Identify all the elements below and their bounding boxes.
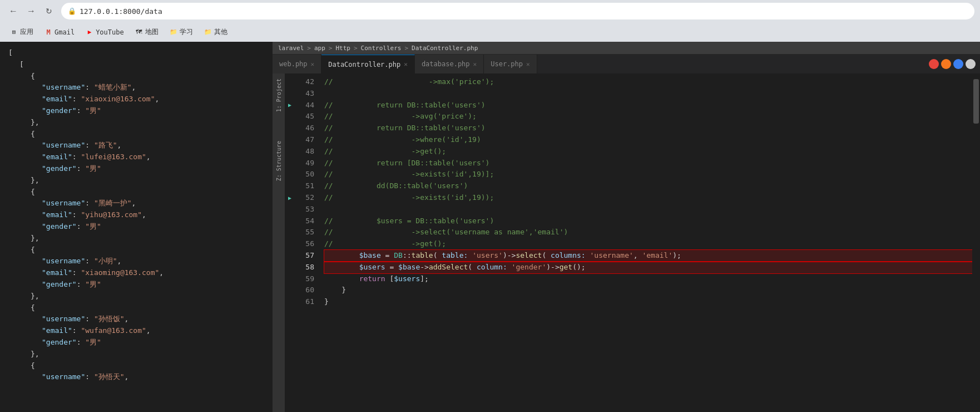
gutter-58 [285,262,295,273]
ide-panel: laravel > app > Http > Controllers > Dat… [273,42,980,412]
bookmark-study[interactable]: 📁 学习 [165,26,197,38]
linenum-58: 58 [295,262,314,273]
json-user4-close: }, [8,291,264,302]
bookmark-youtube-label: YouTube [96,28,124,36]
code-49: // return [DB::table('users') [324,158,972,169]
json-root-open: [ [8,47,264,59]
bookmark-gmail[interactable]: M Gmail [40,27,79,38]
breadcrumb-sep4: > [404,45,408,52]
browser-chrome: ← → ↻ 🔒 127.0.0.1:8000/data ⊞ 应用 M Gmail… [0,0,980,42]
bookmark-youtube[interactable]: ▶ YouTube [81,27,128,38]
tab-web-php-close[interactable]: ✕ [311,61,315,68]
linenum-46: 46 [295,122,314,134]
browser-icon-3 [953,59,963,69]
gutter-59 [285,273,295,285]
tab-database-php[interactable]: database.php ✕ [415,55,484,73]
code-gutter: ▶ ▶ [285,73,295,412]
bookmark-other[interactable]: 📁 其他 [200,26,232,38]
json-user4-gender: "gender": "男" [8,279,264,291]
other-icon: 📁 [204,28,212,36]
linenum-59: 59 [295,273,314,285]
code-area: ▶ ▶ [285,73,980,412]
sidebar-structure-label[interactable]: Z: Structure [275,139,283,183]
json-user3-email: "email": "yihu@163.com", [8,209,264,221]
linenum-52: 52 [295,192,314,204]
json-user5-close: }, [8,349,264,360]
json-user5-gender: "gender": "男" [8,337,264,349]
json-user5-email: "email": "wufan@163.com", [8,325,264,337]
tab-user-php[interactable]: User.php ✕ [484,55,537,73]
json-user1-open: { [8,71,264,82]
code-60: } [324,285,972,296]
tab-datacontroller-php[interactable]: DataController.php ✕ [321,55,415,73]
forward-button[interactable]: → [23,3,39,19]
linenum-53: 53 [295,204,314,215]
back-button[interactable]: ← [6,3,21,19]
json-user6-open: { [8,360,264,372]
code-59: return [$users]; [324,273,972,285]
code-50: // ->exists('id',19)]; [324,169,972,180]
code-58: $users = $base->addSelect( column: 'gend… [324,262,972,273]
code-44: // return DB::table('users') [324,100,972,111]
json-panel: [ [ { "username": "蜡笔小新", "email": "xiao… [0,42,273,412]
ide-body: 1: Project Z: Structure ▶ [273,73,980,412]
bookmark-apps[interactable]: ⊞ 应用 [6,26,38,38]
address-bar[interactable]: 🔒 127.0.0.1:8000/data [61,3,974,19]
tab-user-close[interactable]: ✕ [526,61,530,68]
json-user5-username: "username": "孙悟饭", [8,313,264,325]
gutter-56 [285,238,295,250]
tab-database-close[interactable]: ✕ [473,61,477,68]
browser-icon-4 [966,59,976,69]
gutter-53 [285,204,295,215]
nav-buttons: ← → ↻ [6,3,57,19]
code-52: // ->exists('id',19)); [324,192,972,204]
sidebar-project-label[interactable]: 1: Project [275,76,283,114]
json-user3-gender: "gender": "男" [8,221,264,233]
scrollbar[interactable] [972,73,980,412]
scrollbar-thumb[interactable] [973,79,979,124]
breadcrumb-laravel: laravel [278,45,304,52]
bookmark-maps-label: 地图 [145,27,159,37]
gutter-45 [285,111,295,122]
breadcrumb-sep3: > [354,45,358,52]
gutter-51 [285,180,295,192]
code-46: // return DB::table('users') [324,122,972,134]
gutter-50 [285,169,295,180]
json-user1-close: }, [8,117,264,129]
gutter-60 [285,285,295,296]
code-61: } [324,296,972,308]
code-48: // ->get(); [324,146,972,158]
bookmark-apps-label: 应用 [20,27,33,37]
bookmark-other-label: 其他 [214,27,227,37]
json-user3-username: "username": "黑崎一护", [8,198,264,209]
maps-icon: 🗺 [135,28,143,36]
tab-datacontroller-close[interactable]: ✕ [404,61,408,68]
study-icon: 📁 [170,28,177,36]
linenum-55: 55 [295,227,314,238]
code-51: // dd(DB::table('users') [324,180,972,192]
gutter-46 [285,122,295,134]
ide-sidebar: 1: Project Z: Structure [273,73,285,412]
linenum-56: 56 [295,238,314,250]
reload-button[interactable]: ↻ [41,3,57,19]
json-user4-open: { [8,244,264,256]
bookmark-gmail-label: Gmail [55,28,75,36]
json-user2-email: "email": "lufei@163.com", [8,151,264,163]
breadcrumb-file: DataController.php [412,45,478,52]
youtube-icon: ▶ [86,28,93,36]
gutter-55 [285,227,295,238]
json-user3-open: { [8,187,264,198]
tab-user-label: User.php [491,60,523,68]
tab-web-php[interactable]: web.php ✕ [273,55,321,73]
code-content: // ->max('price'); // return DB::table('… [320,73,972,412]
gutter-61 [285,296,295,308]
linenum-60: 60 [295,285,314,296]
browser-icon-2 [941,59,951,69]
bookmark-maps[interactable]: 🗺 地图 [131,26,163,38]
linenum-54: 54 [295,215,314,227]
breadcrumb-app: app [314,45,325,52]
json-user6-username: "username": "孙悟天", [8,371,264,383]
gutter-48 [285,146,295,158]
breadcrumb-sep2: > [329,45,333,52]
json-array-open: [ [8,59,264,71]
